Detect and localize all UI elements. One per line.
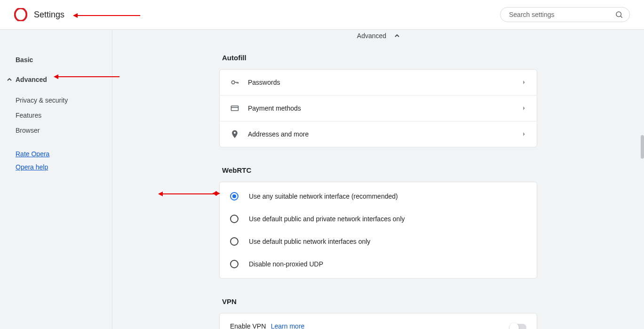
radio-unselected-icon [230,215,239,223]
scrollbar-thumb[interactable] [641,135,644,159]
section-title: VPN [222,297,537,305]
key-icon [230,78,239,87]
radio-label: Use default public network interfaces on… [249,238,370,245]
annotation-arrow-webrtc [163,193,216,194]
main-content: Advanced Autofill Passwords Payment meth… [112,30,644,329]
annotation-arrow-header [78,15,140,16]
sidebar-item-label: Privacy & security [16,96,68,104]
chevron-up-icon [7,77,12,82]
advanced-toggle[interactable]: Advanced [112,30,644,54]
autofill-card: Passwords Payment methods Addresses and … [219,69,537,147]
sidebar-item-label: Features [16,112,41,119]
chevron-right-icon [522,132,526,136]
sidebar-item-privacy[interactable]: Privacy & security [0,93,112,108]
sidebar: Basic Advanced Privacy & security Featur… [0,30,112,329]
advanced-toggle-label: Advanced [357,32,386,40]
section-autofill: Autofill Passwords Payment methods Addre… [219,54,537,147]
webrtc-option-any[interactable]: Use any suitable network interface (reco… [220,185,537,208]
section-webrtc: WebRTC Use any suitable network interfac… [219,166,537,279]
credit-card-icon [230,104,239,113]
row-addresses[interactable]: Addresses and more [220,121,537,147]
row-label: Passwords [248,79,280,86]
annotation-arrow-sidebar [58,76,119,77]
vpn-enable-label: Enable VPN [230,322,266,329]
vpn-card: Enable VPN Learn more Browse with VPN to… [219,313,537,329]
page-title: Settings [34,10,64,20]
sidebar-link-rate[interactable]: Rate Opera [0,147,112,160]
webrtc-option-disable[interactable]: Disable non-proxied UDP [220,253,537,275]
search-input[interactable] [500,7,630,22]
radio-unselected-icon [230,237,239,246]
row-passwords[interactable]: Passwords [220,70,537,96]
radio-unselected-icon [230,260,239,268]
row-payment[interactable]: Payment methods [220,96,537,121]
opera-logo-icon [14,8,27,21]
row-label: Addresses and more [248,130,309,138]
svg-rect-4 [231,106,239,111]
radio-label: Use default public and private network i… [249,215,405,223]
svg-point-1 [616,12,621,17]
webrtc-option-pubpriv[interactable]: Use default public and private network i… [220,208,537,230]
location-pin-icon [230,129,239,139]
sidebar-link-help[interactable]: Opera help [0,160,112,174]
header: Settings [0,0,644,30]
chevron-right-icon [522,106,526,111]
sidebar-item-label: Advanced [16,76,47,83]
sidebar-item-label: Basic [16,56,33,64]
svg-point-0 [15,8,27,21]
search-container [500,7,630,22]
vpn-enable-row: Enable VPN Learn more Browse with VPN to… [220,313,537,329]
radio-label: Use any suitable network interface (reco… [249,193,398,200]
section-title: Autofill [222,54,537,62]
webrtc-option-pub[interactable]: Use default public network interfaces on… [220,230,537,253]
sidebar-item-browser[interactable]: Browser [0,123,112,138]
radio-selected-icon [230,192,239,201]
search-icon [615,10,623,19]
radio-label: Disable non-proxied UDP [249,260,323,268]
chevron-right-icon [522,80,526,85]
webrtc-card: Use any suitable network interface (reco… [219,182,537,279]
chevron-up-icon [395,33,399,38]
vpn-toggle[interactable] [509,324,526,329]
vpn-learn-more-link[interactable]: Learn more [271,322,305,329]
row-label: Payment methods [248,104,301,112]
section-vpn: VPN Enable VPN Learn more Browse with VP… [219,297,537,329]
section-title: WebRTC [222,166,537,174]
svg-point-3 [231,81,235,84]
svg-line-2 [620,16,622,17]
sidebar-item-features[interactable]: Features [0,108,112,123]
sidebar-item-label: Browser [16,127,40,134]
sidebar-item-basic[interactable]: Basic [0,52,112,67]
